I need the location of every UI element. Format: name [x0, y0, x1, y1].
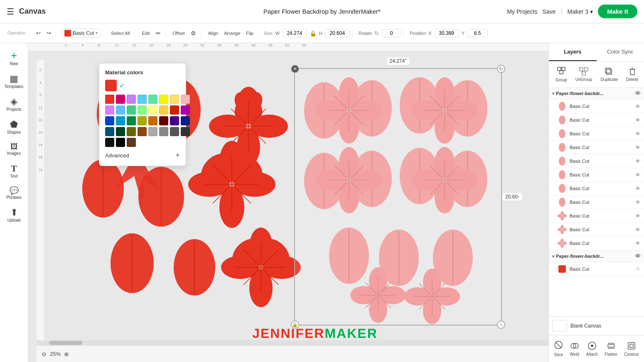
group-button[interactable]: Group [552, 65, 570, 84]
sidebar-item-projects[interactable]: ◈ Projects [2, 94, 26, 115]
delete-button[interactable]: Delete [623, 66, 642, 83]
width-input[interactable] [282, 29, 307, 37]
color-swatch-6[interactable] [170, 95, 179, 104]
save-button[interactable]: Save [542, 8, 556, 15]
layer-item-8[interactable]: Basic Cut 👁 [549, 196, 644, 209]
color-swatch-21[interactable] [159, 116, 168, 125]
color-swatch-26[interactable] [127, 127, 136, 136]
undo-button[interactable]: ↩ [34, 29, 42, 37]
layer-eye-2[interactable]: 👁 [635, 117, 641, 123]
color-swatch-23[interactable] [181, 116, 190, 125]
selection-rotate-handle[interactable]: ↻ [497, 65, 505, 73]
layer-item-2[interactable]: Basic Cut 👁 [549, 113, 644, 127]
color-swatch-0[interactable] [105, 95, 114, 104]
color-swatch-15[interactable] [181, 105, 190, 115]
color-swatch-8[interactable] [105, 105, 114, 115]
layer-eye-6[interactable]: 👁 [635, 172, 641, 178]
layer-item-3[interactable]: Basic Cut 👁 [549, 127, 644, 141]
y-input[interactable] [467, 29, 488, 37]
sidebar-item-shapes[interactable]: ⬟ Shapes [2, 117, 26, 138]
layer-eye-3[interactable]: 👁 [635, 131, 641, 137]
layer-item-10[interactable]: Basic Cut 👁 [549, 223, 644, 237]
selected-color-swatch[interactable] [105, 80, 117, 91]
tab-color-sync[interactable]: Color Sync [597, 43, 644, 61]
rotate-input[interactable] [382, 29, 401, 37]
layer-eye-10[interactable]: 👁 [635, 227, 641, 233]
layer-item-5[interactable]: Basic Cut 👁 [549, 154, 644, 168]
color-swatch-29[interactable] [159, 127, 168, 136]
attach-button[interactable]: Attach [585, 340, 600, 358]
color-swatch-12[interactable] [148, 105, 157, 115]
menu-icon[interactable]: ☰ [7, 7, 14, 17]
color-swatch-20[interactable] [148, 116, 157, 125]
layer-group-1-header[interactable]: ▾ Paper-flower-backdr... 👁 [549, 88, 644, 100]
color-swatch-18[interactable] [127, 116, 136, 125]
group1-eye[interactable]: 👁 [635, 90, 641, 97]
flatten-button[interactable]: Flatten [603, 340, 619, 358]
color-swatch-16[interactable] [105, 116, 114, 125]
color-swatch-24[interactable] [105, 127, 114, 136]
sidebar-item-images[interactable]: 🖼 Images [2, 139, 26, 159]
sidebar-item-text[interactable]: T Text [2, 161, 26, 182]
edit-icon-button[interactable]: ✏ [154, 29, 162, 37]
layer-eye-1[interactable]: 👁 [635, 103, 641, 110]
make-it-button[interactable]: Make It [598, 5, 637, 18]
selection-close-handle[interactable]: ✕ [291, 65, 299, 73]
tab-layers[interactable]: Layers [549, 43, 597, 61]
layer-eye-7[interactable]: 👁 [635, 186, 641, 192]
color-swatch-1[interactable] [116, 95, 125, 104]
color-swatch-2[interactable] [127, 95, 136, 104]
align-button[interactable]: Align [206, 30, 220, 37]
x-input[interactable] [434, 29, 459, 37]
flip-button[interactable]: Flip [244, 30, 255, 37]
ungroup-button[interactable]: UnGroup [572, 66, 596, 83]
sidebar-item-templates[interactable]: ▦ Templates [2, 71, 26, 92]
layer-eye-8[interactable]: 👁 [635, 199, 641, 205]
color-swatch-13[interactable] [159, 105, 168, 115]
color-swatch-11[interactable] [138, 105, 147, 115]
color-swatch-27[interactable] [138, 127, 147, 136]
offset-icon-button[interactable]: ⚙ [189, 29, 198, 37]
horizontal-scrollbar[interactable] [37, 340, 548, 345]
color-swatch-32[interactable] [105, 138, 114, 147]
color-swatch-14[interactable] [170, 105, 179, 115]
layer-item-6[interactable]: Basic Cut 👁 [549, 168, 644, 182]
machine-selector[interactable]: Maker 3 ▾ [568, 8, 593, 15]
edit-button[interactable]: Edit [140, 30, 152, 37]
selection-lock-handle[interactable]: 🔒 [291, 320, 299, 329]
color-swatch-34[interactable] [127, 138, 136, 147]
zoom-in-button[interactable]: ⊕ [64, 351, 69, 357]
layer-item-12[interactable]: Basic Cut 👁 [549, 262, 644, 276]
slice-button[interactable]: Slice [552, 339, 565, 359]
zoom-out-button[interactable]: ⊖ [42, 351, 47, 357]
layer-eye-11[interactable]: 👁 [635, 240, 641, 247]
height-input[interactable] [325, 29, 350, 37]
color-swatch-4[interactable] [148, 95, 157, 104]
weld-button[interactable]: Weld [568, 340, 581, 358]
color-swatch-9[interactable] [116, 105, 125, 115]
color-swatch-19[interactable] [138, 116, 147, 125]
color-swatch-5[interactable] [159, 95, 168, 104]
sidebar-item-new[interactable]: + New [2, 46, 26, 69]
layer-item-7[interactable]: Basic Cut 👁 [549, 182, 644, 196]
duplicate-button[interactable]: Duplicate [597, 66, 621, 83]
color-swatch-3[interactable] [138, 95, 147, 104]
layer-item-9[interactable]: Basic Cut 👁 [549, 209, 644, 223]
group2-eye[interactable]: 👁 [635, 253, 641, 259]
color-swatch-22[interactable] [170, 116, 179, 125]
layer-eye-9[interactable]: 👁 [635, 213, 641, 219]
color-swatch-7[interactable] [181, 95, 190, 104]
color-swatch-33[interactable] [116, 138, 125, 147]
layer-eye-12[interactable]: 👁 [635, 266, 641, 272]
sidebar-item-upload[interactable]: ⬆ Upload [2, 205, 26, 226]
color-swatch-17[interactable] [116, 116, 125, 125]
color-swatch-25[interactable] [116, 127, 125, 136]
arrange-button[interactable]: Arrange [222, 30, 242, 37]
layer-item-4[interactable]: Basic Cut 👁 [549, 141, 644, 154]
layer-eye-5[interactable]: 👁 [635, 158, 641, 164]
operation-selector[interactable]: Basic Cut ▾ [61, 29, 101, 38]
selection-resize-handle[interactable]: ⤡ [497, 320, 505, 329]
select-all-button[interactable]: Select All [109, 30, 131, 37]
color-swatch-31[interactable] [181, 127, 190, 136]
advanced-plus-button[interactable]: + [175, 151, 180, 160]
